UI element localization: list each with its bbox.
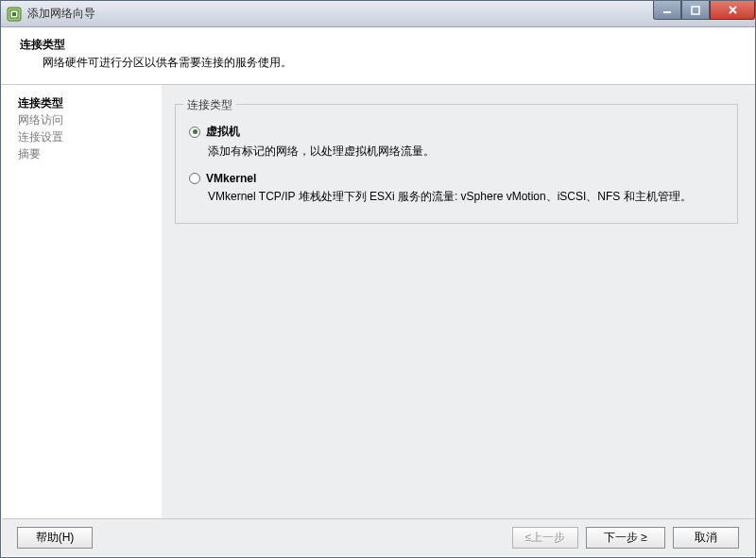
cancel-button[interactable]: 取消 bbox=[673, 527, 739, 549]
step-connection-type[interactable]: 连接类型 bbox=[18, 94, 161, 111]
option-virtual-machine-label: 虚拟机 bbox=[206, 124, 240, 140]
minimize-button[interactable] bbox=[653, 1, 681, 20]
maximize-button[interactable] bbox=[681, 1, 710, 20]
wizard-body: 连接类型 网络访问 连接设置 摘要 连接类型 虚拟机 添加有标记的网络，以处理虚… bbox=[1, 85, 755, 554]
step-network-access[interactable]: 网络访问 bbox=[18, 111, 161, 128]
close-button[interactable] bbox=[710, 1, 755, 20]
titlebar[interactable]: 添加网络向导 bbox=[1, 1, 755, 27]
wizard-window: 添加网络向导 连接类型 网络硬件可进行分区以供各需要连接的服务使用。 连接类型 … bbox=[0, 0, 756, 558]
step-summary[interactable]: 摘要 bbox=[18, 145, 161, 162]
step-connection-settings[interactable]: 连接设置 bbox=[18, 128, 161, 145]
wizard-steps-sidebar: 连接类型 网络访问 连接设置 摘要 bbox=[1, 85, 162, 554]
option-virtual-machine-desc: 添加有标记的网络，以处理虚拟机网络流量。 bbox=[208, 144, 724, 159]
radio-vmkernel[interactable] bbox=[189, 173, 200, 184]
close-icon bbox=[728, 5, 738, 15]
app-icon bbox=[7, 7, 22, 22]
connection-type-group: 连接类型 虚拟机 添加有标记的网络，以处理虚拟机网络流量。 VMkernel V… bbox=[175, 104, 738, 224]
back-button[interactable]: ≤上一步 bbox=[512, 527, 578, 549]
option-vmkernel-desc: VMkernel TCP/IP 堆栈处理下列 ESXi 服务的流量: vSphe… bbox=[208, 189, 724, 204]
header-title: 连接类型 bbox=[20, 37, 736, 53]
radio-virtual-machine[interactable] bbox=[189, 127, 200, 138]
group-legend: 连接类型 bbox=[183, 97, 236, 113]
svg-rect-4 bbox=[692, 7, 699, 14]
next-button[interactable]: 下一步 ≥ bbox=[586, 527, 665, 549]
wizard-header: 连接类型 网络硬件可进行分区以供各需要连接的服务使用。 bbox=[1, 27, 755, 85]
window-controls bbox=[653, 1, 755, 20]
option-vmkernel[interactable]: VMkernel VMkernel TCP/IP 堆栈处理下列 ESXi 服务的… bbox=[189, 172, 724, 204]
window-title: 添加网络向导 bbox=[27, 6, 95, 22]
option-vmkernel-label: VMkernel bbox=[206, 172, 256, 185]
maximize-icon bbox=[691, 6, 700, 15]
svg-rect-2 bbox=[12, 12, 16, 16]
help-button[interactable]: 帮助(H) bbox=[17, 527, 93, 549]
minimize-icon bbox=[662, 6, 672, 15]
wizard-footer: 帮助(H) ≤上一步 下一步 ≥ 取消 bbox=[2, 518, 754, 556]
header-subtitle: 网络硬件可进行分区以供各需要连接的服务使用。 bbox=[20, 55, 736, 71]
svg-rect-3 bbox=[663, 11, 671, 13]
wizard-main-panel: 连接类型 虚拟机 添加有标记的网络，以处理虚拟机网络流量。 VMkernel V… bbox=[162, 85, 755, 554]
option-virtual-machine[interactable]: 虚拟机 添加有标记的网络，以处理虚拟机网络流量。 bbox=[189, 124, 724, 159]
